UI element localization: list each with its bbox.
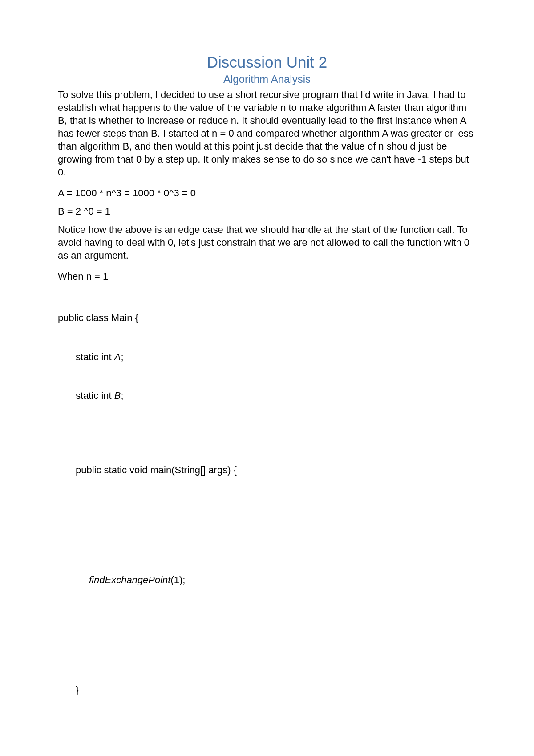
document-title: Discussion Unit 2 bbox=[58, 53, 476, 71]
equation-b: B = 2 ^0 = 1 bbox=[58, 205, 476, 218]
code-line: findExchangePoint(1); bbox=[58, 573, 476, 586]
code-line: static int A; bbox=[58, 350, 476, 363]
document-subtitle: Algorithm Analysis bbox=[58, 73, 476, 85]
code-line: static int B; bbox=[58, 389, 476, 402]
intro-paragraph: To solve this problem, I decided to use … bbox=[58, 88, 476, 179]
code-line: public static void main(String[] args) { bbox=[58, 463, 476, 476]
edge-case-paragraph: Notice how the above is an edge case tha… bbox=[58, 223, 476, 262]
when-n-line: When n = 1 bbox=[58, 270, 476, 283]
code-block: public class Main { static int A; static… bbox=[58, 285, 476, 756]
code-line: } bbox=[58, 683, 476, 696]
equation-a: A = 1000 * n^3 = 1000 * 0^3 = 0 bbox=[58, 187, 476, 199]
code-line: public class Main { bbox=[58, 311, 476, 324]
